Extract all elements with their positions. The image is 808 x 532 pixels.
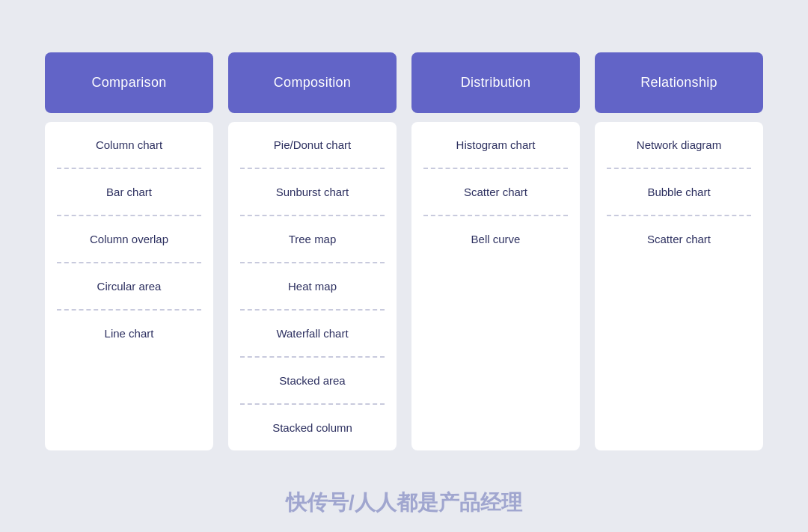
chart-item-composition-0[interactable]: Pie/Donut chart [228, 122, 397, 168]
column-composition: CompositionPie/Donut chartSunburst chart… [228, 52, 397, 450]
chart-item-comparison-4[interactable]: Line chart [45, 311, 213, 356]
chart-item-composition-2[interactable]: Tree map [228, 216, 397, 262]
chart-item-composition-1[interactable]: Sunburst chart [228, 169, 397, 215]
chart-item-relationship-1[interactable]: Bubble chart [595, 169, 763, 215]
body-composition: Pie/Donut chartSunburst chartTree mapHea… [228, 122, 397, 450]
header-composition: Composition [228, 52, 397, 113]
chart-item-relationship-0[interactable]: Network diagram [595, 122, 763, 168]
chart-item-composition-4[interactable]: Waterfall chart [228, 311, 397, 356]
column-comparison: ComparisonColumn chartBar chartColumn ov… [45, 52, 213, 450]
chart-grid: ComparisonColumn chartBar chartColumn ov… [45, 52, 763, 450]
column-relationship: RelationshipNetwork diagramBubble chartS… [595, 52, 763, 450]
body-comparison: Column chartBar chartColumn overlapCircu… [45, 122, 213, 450]
column-distribution: DistributionHistogram chartScatter chart… [411, 52, 580, 450]
chart-item-composition-6[interactable]: Stacked column [228, 405, 397, 450]
header-relationship: Relationship [595, 52, 763, 113]
chart-item-distribution-2[interactable]: Bell curve [411, 216, 580, 262]
chart-item-composition-3[interactable]: Heat map [228, 263, 397, 309]
watermark: 快传号/人人都是产品经理 [286, 489, 522, 517]
chart-item-comparison-1[interactable]: Bar chart [45, 169, 213, 215]
chart-item-distribution-0[interactable]: Histogram chart [411, 122, 580, 168]
body-relationship: Network diagramBubble chartScatter chart [595, 122, 763, 450]
chart-item-comparison-2[interactable]: Column overlap [45, 216, 213, 262]
chart-item-relationship-2[interactable]: Scatter chart [595, 216, 763, 262]
chart-item-comparison-3[interactable]: Circular area [45, 263, 213, 309]
header-distribution: Distribution [411, 52, 580, 113]
chart-item-distribution-1[interactable]: Scatter chart [411, 169, 580, 215]
chart-item-comparison-0[interactable]: Column chart [45, 122, 213, 168]
header-comparison: Comparison [45, 52, 213, 113]
body-distribution: Histogram chartScatter chartBell curve [411, 122, 580, 450]
chart-item-composition-5[interactable]: Stacked area [228, 358, 397, 403]
